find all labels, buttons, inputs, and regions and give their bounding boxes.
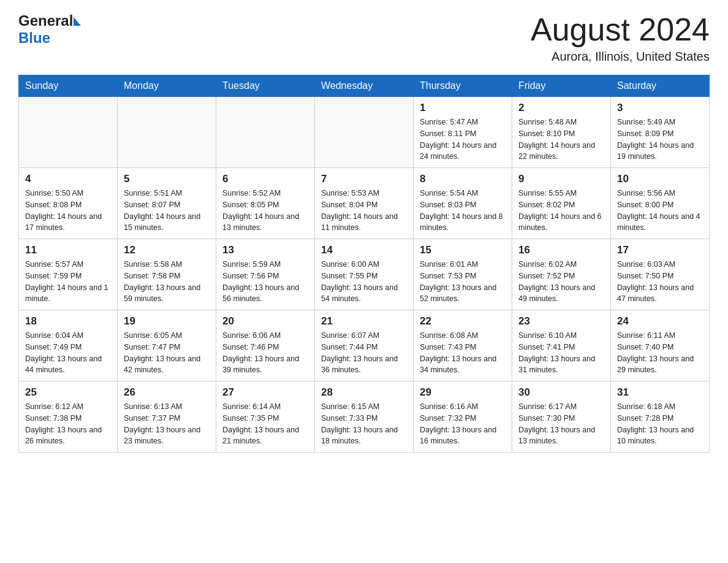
day-cell: 18Sunrise: 6:04 AMSunset: 7:49 PMDayligh… <box>19 310 118 381</box>
day-number: 26 <box>124 386 210 399</box>
day-number: 29 <box>420 386 506 399</box>
day-number: 5 <box>124 173 210 185</box>
day-info: Sunrise: 5:57 AMSunset: 7:59 PMDaylight:… <box>25 259 111 305</box>
day-cell: 17Sunrise: 6:03 AMSunset: 7:50 PMDayligh… <box>611 239 710 310</box>
day-cell <box>216 97 315 168</box>
calendar-body: 1Sunrise: 5:47 AMSunset: 8:11 PMDaylight… <box>19 97 710 453</box>
day-number: 10 <box>617 173 703 185</box>
day-cell: 29Sunrise: 6:16 AMSunset: 7:32 PMDayligh… <box>414 381 512 453</box>
day-cell: 26Sunrise: 6:13 AMSunset: 7:37 PMDayligh… <box>118 381 216 453</box>
day-number: 16 <box>518 244 604 256</box>
day-cell: 27Sunrise: 6:14 AMSunset: 7:35 PMDayligh… <box>216 381 315 453</box>
day-info: Sunrise: 6:02 AMSunset: 7:52 PMDaylight:… <box>518 259 604 305</box>
day-cell: 8Sunrise: 5:54 AMSunset: 8:03 PMDaylight… <box>414 168 512 239</box>
day-number: 8 <box>420 173 506 185</box>
day-info: Sunrise: 5:49 AMSunset: 8:09 PMDaylight:… <box>617 117 703 163</box>
day-info: Sunrise: 6:05 AMSunset: 7:47 PMDaylight:… <box>124 330 210 376</box>
day-header-monday: Monday <box>118 75 216 97</box>
day-info: Sunrise: 5:55 AMSunset: 8:02 PMDaylight:… <box>518 188 604 234</box>
week-row-4: 18Sunrise: 6:04 AMSunset: 7:49 PMDayligh… <box>19 310 710 381</box>
calendar-table: SundayMondayTuesdayWednesdayThursdayFrid… <box>18 75 710 453</box>
day-info: Sunrise: 5:47 AMSunset: 8:11 PMDaylight:… <box>420 117 506 163</box>
day-info: Sunrise: 6:12 AMSunset: 7:38 PMDaylight:… <box>25 401 111 447</box>
day-info: Sunrise: 6:06 AMSunset: 7:46 PMDaylight:… <box>222 330 308 376</box>
day-number: 25 <box>25 386 111 399</box>
day-info: Sunrise: 6:11 AMSunset: 7:40 PMDaylight:… <box>617 330 703 376</box>
day-number: 27 <box>222 386 308 399</box>
day-cell: 31Sunrise: 6:18 AMSunset: 7:28 PMDayligh… <box>611 381 710 453</box>
page-header: General Blue August 2024 Aurora, Illinoi… <box>18 12 710 64</box>
day-number: 2 <box>518 102 604 114</box>
logo-blue-text: Blue <box>18 29 50 46</box>
day-cell: 11Sunrise: 5:57 AMSunset: 7:59 PMDayligh… <box>19 239 118 310</box>
day-info: Sunrise: 6:08 AMSunset: 7:43 PMDaylight:… <box>420 330 506 376</box>
week-row-1: 1Sunrise: 5:47 AMSunset: 8:11 PMDaylight… <box>19 97 710 168</box>
week-row-2: 4Sunrise: 5:50 AMSunset: 8:08 PMDaylight… <box>19 168 710 239</box>
day-number: 30 <box>518 386 604 399</box>
day-info: Sunrise: 5:58 AMSunset: 7:58 PMDaylight:… <box>124 259 210 305</box>
day-info: Sunrise: 5:52 AMSunset: 8:05 PMDaylight:… <box>222 188 308 234</box>
day-header-thursday: Thursday <box>414 75 512 97</box>
day-cell: 6Sunrise: 5:52 AMSunset: 8:05 PMDaylight… <box>216 168 315 239</box>
day-number: 21 <box>321 315 407 327</box>
day-info: Sunrise: 6:17 AMSunset: 7:30 PMDaylight:… <box>518 401 604 447</box>
day-info: Sunrise: 6:07 AMSunset: 7:44 PMDaylight:… <box>321 330 407 376</box>
logo-general-text: General <box>18 12 73 29</box>
day-header-tuesday: Tuesday <box>216 75 315 97</box>
day-info: Sunrise: 5:48 AMSunset: 8:10 PMDaylight:… <box>518 117 604 163</box>
day-info: Sunrise: 5:51 AMSunset: 8:07 PMDaylight:… <box>124 188 210 234</box>
day-number: 22 <box>420 315 506 327</box>
week-row-3: 11Sunrise: 5:57 AMSunset: 7:59 PMDayligh… <box>19 239 710 310</box>
day-info: Sunrise: 6:01 AMSunset: 7:53 PMDaylight:… <box>420 259 506 305</box>
month-title: August 2024 <box>531 12 710 47</box>
day-cell: 19Sunrise: 6:05 AMSunset: 7:47 PMDayligh… <box>118 310 216 381</box>
day-header-sunday: Sunday <box>19 75 118 97</box>
day-cell: 5Sunrise: 5:51 AMSunset: 8:07 PMDaylight… <box>118 168 216 239</box>
header-row: SundayMondayTuesdayWednesdayThursdayFrid… <box>19 75 710 97</box>
week-row-5: 25Sunrise: 6:12 AMSunset: 7:38 PMDayligh… <box>19 381 710 453</box>
day-number: 7 <box>321 173 407 185</box>
location: Aurora, Illinois, United States <box>531 50 710 64</box>
day-number: 13 <box>222 244 308 256</box>
day-info: Sunrise: 6:16 AMSunset: 7:32 PMDaylight:… <box>420 401 506 447</box>
day-cell: 13Sunrise: 5:59 AMSunset: 7:56 PMDayligh… <box>216 239 315 310</box>
day-number: 19 <box>124 315 210 327</box>
day-info: Sunrise: 6:13 AMSunset: 7:37 PMDaylight:… <box>124 401 210 447</box>
day-info: Sunrise: 5:53 AMSunset: 8:04 PMDaylight:… <box>321 188 407 234</box>
day-number: 15 <box>420 244 506 256</box>
day-number: 11 <box>25 244 111 256</box>
logo: General Blue <box>18 12 81 47</box>
day-header-saturday: Saturday <box>611 75 710 97</box>
day-number: 14 <box>321 244 407 256</box>
day-number: 4 <box>25 173 111 185</box>
day-cell <box>19 97 118 168</box>
day-number: 6 <box>222 173 308 185</box>
day-cell: 16Sunrise: 6:02 AMSunset: 7:52 PMDayligh… <box>512 239 611 310</box>
day-number: 31 <box>617 386 703 399</box>
day-info: Sunrise: 6:14 AMSunset: 7:35 PMDaylight:… <box>222 401 308 447</box>
day-cell: 10Sunrise: 5:56 AMSunset: 8:00 PMDayligh… <box>611 168 710 239</box>
day-cell: 9Sunrise: 5:55 AMSunset: 8:02 PMDaylight… <box>512 168 611 239</box>
day-cell <box>315 97 414 168</box>
day-info: Sunrise: 6:03 AMSunset: 7:50 PMDaylight:… <box>617 259 703 305</box>
day-cell: 25Sunrise: 6:12 AMSunset: 7:38 PMDayligh… <box>19 381 118 453</box>
day-cell: 7Sunrise: 5:53 AMSunset: 8:04 PMDaylight… <box>315 168 414 239</box>
day-info: Sunrise: 6:15 AMSunset: 7:33 PMDaylight:… <box>321 401 407 447</box>
day-cell: 15Sunrise: 6:01 AMSunset: 7:53 PMDayligh… <box>414 239 512 310</box>
day-cell: 28Sunrise: 6:15 AMSunset: 7:33 PMDayligh… <box>315 381 414 453</box>
day-number: 23 <box>518 315 604 327</box>
day-cell: 12Sunrise: 5:58 AMSunset: 7:58 PMDayligh… <box>118 239 216 310</box>
day-info: Sunrise: 5:50 AMSunset: 8:08 PMDaylight:… <box>25 188 111 234</box>
day-number: 20 <box>222 315 308 327</box>
day-info: Sunrise: 5:54 AMSunset: 8:03 PMDaylight:… <box>420 188 506 234</box>
day-info: Sunrise: 6:00 AMSunset: 7:55 PMDaylight:… <box>321 259 407 305</box>
day-cell: 30Sunrise: 6:17 AMSunset: 7:30 PMDayligh… <box>512 381 611 453</box>
logo-arrow-icon <box>74 17 81 26</box>
day-info: Sunrise: 6:18 AMSunset: 7:28 PMDaylight:… <box>617 401 703 447</box>
day-cell: 23Sunrise: 6:10 AMSunset: 7:41 PMDayligh… <box>512 310 611 381</box>
day-number: 17 <box>617 244 703 256</box>
day-cell: 20Sunrise: 6:06 AMSunset: 7:46 PMDayligh… <box>216 310 315 381</box>
day-info: Sunrise: 5:56 AMSunset: 8:00 PMDaylight:… <box>617 188 703 234</box>
day-info: Sunrise: 6:04 AMSunset: 7:49 PMDaylight:… <box>25 330 111 376</box>
day-number: 24 <box>617 315 703 327</box>
